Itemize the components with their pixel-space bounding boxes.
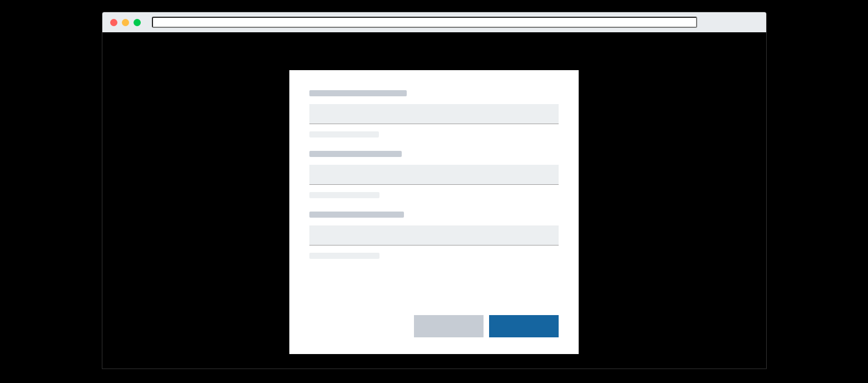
field-3-label [309, 212, 404, 218]
maximize-icon[interactable] [134, 19, 141, 26]
traffic-lights [110, 19, 141, 26]
address-bar[interactable] [152, 17, 697, 28]
field-2-input[interactable] [309, 165, 559, 185]
field-2-help [309, 192, 379, 198]
minimize-icon[interactable] [122, 19, 129, 26]
form-card [289, 70, 579, 354]
form-group-1 [309, 90, 559, 138]
secondary-button[interactable] [414, 315, 484, 337]
close-icon[interactable] [110, 19, 117, 26]
field-1-label [309, 90, 407, 96]
field-3-help [309, 253, 379, 259]
browser-window [102, 12, 767, 369]
viewport [102, 32, 766, 369]
form-actions [309, 315, 559, 337]
primary-button[interactable] [489, 315, 559, 337]
browser-chrome [102, 12, 766, 32]
field-1-help [309, 131, 379, 138]
field-2-label [309, 151, 402, 157]
form-group-2 [309, 151, 559, 198]
form-group-3 [309, 212, 559, 259]
field-3-input[interactable] [309, 225, 559, 245]
field-1-input[interactable] [309, 104, 559, 124]
